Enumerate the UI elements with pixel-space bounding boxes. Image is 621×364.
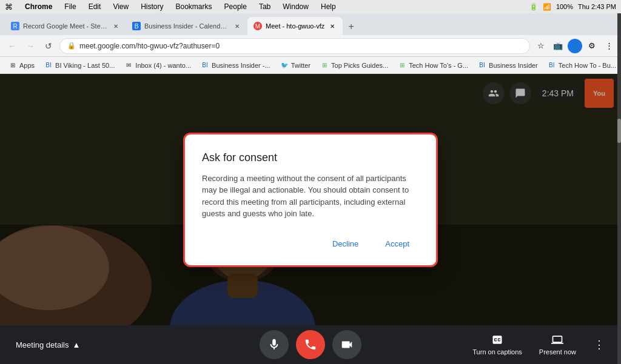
- bookmark-inbox-label: Inbox (4) - wanto...: [135, 62, 191, 69]
- bookmark-tech-howto-b-label: Tech How To - Bu...: [559, 62, 616, 69]
- menu-file[interactable]: File: [62, 2, 78, 11]
- bookmark-bi2[interactable]: BI Business Insider: [474, 60, 542, 71]
- menu-chrome[interactable]: Chrome: [22, 2, 55, 11]
- lock-icon: 🔒: [67, 42, 76, 50]
- scrollbar-thumb[interactable]: [617, 119, 621, 143]
- forward-button[interactable]: →: [23, 39, 38, 53]
- new-tab-button[interactable]: +: [343, 18, 360, 35]
- address-box[interactable]: 🔒 meet.google.com/hto-gwuo-vfz?authuser=…: [59, 38, 530, 54]
- wifi-icon: 📶: [543, 3, 551, 11]
- microphone-icon: [267, 338, 281, 351]
- bookmark-star-icon[interactable]: ☆: [534, 39, 548, 53]
- address-bar-row: ← → ↺ 🔒 meet.google.com/hto-gwuo-vfz?aut…: [0, 35, 621, 57]
- menu-edit[interactable]: Edit: [86, 2, 104, 11]
- profile-icon[interactable]: 👤: [568, 39, 582, 53]
- dialog-buttons: Decline Accept: [202, 234, 419, 253]
- tab2-title: Business Insider - Calendar - V...: [144, 22, 229, 30]
- tab-bar: R Record Google Meet - Steven... ✕ B Bus…: [0, 13, 621, 35]
- bookmark-tech-howto-b[interactable]: BI Tech How To - Bu...: [544, 60, 620, 71]
- chevron-up-icon: ▲: [72, 340, 80, 349]
- bi-viking-icon: BI: [44, 61, 53, 70]
- chrome-right-icons: ☆ 📺 👤 ⚙ ⋮: [534, 39, 616, 53]
- extensions-icon[interactable]: ⚙: [585, 39, 599, 53]
- tab3-title: Meet - hto-gwuo-vfz: [266, 22, 324, 30]
- scrollbar-track[interactable]: [617, 13, 621, 364]
- cast-icon[interactable]: 📺: [551, 39, 565, 53]
- refresh-button[interactable]: ↺: [41, 39, 56, 53]
- back-button[interactable]: ←: [5, 39, 19, 53]
- bookmark-tech-howto-g[interactable]: ⊞ Tech How To's - G...: [394, 60, 472, 71]
- bookmark-tech-howto-g-label: Tech How To's - G...: [409, 62, 468, 69]
- tab-record-meet[interactable]: R Record Google Meet - Steven... ✕: [5, 17, 126, 35]
- bookmark-apps-label: Apps: [19, 62, 35, 69]
- tab3-favicon: M: [253, 22, 262, 30]
- camera-button[interactable]: [332, 330, 361, 359]
- accept-button[interactable]: Accept: [375, 234, 419, 253]
- twitter-icon: 🐦: [280, 61, 289, 70]
- bookmark-inbox[interactable]: ✉ Inbox (4) - wanto...: [121, 60, 195, 71]
- video-area: 2:43 PM You Ask for consent Recording a …: [0, 74, 621, 325]
- microphone-button[interactable]: [260, 330, 289, 359]
- meeting-details-label: Meeting details: [16, 340, 69, 349]
- tech-howto-b-icon: BI: [548, 61, 556, 70]
- decline-button[interactable]: Decline: [323, 234, 368, 253]
- apps-bookmark-icon: ⊞: [8, 61, 17, 70]
- present-now-label: Present now: [539, 348, 576, 356]
- more-options-button[interactable]: ⋮: [587, 333, 611, 357]
- end-call-button[interactable]: [296, 330, 325, 359]
- tab3-close-icon[interactable]: ✕: [328, 22, 337, 30]
- menu-history[interactable]: History: [138, 2, 166, 11]
- menu-help[interactable]: Help: [318, 2, 338, 11]
- tab1-favicon: R: [11, 22, 19, 30]
- captions-button[interactable]: Turn on captions: [466, 330, 528, 359]
- tab1-close-icon[interactable]: ✕: [112, 22, 120, 30]
- battery-icon: 🔋: [529, 3, 538, 11]
- menu-bookmarks[interactable]: Bookmarks: [173, 2, 215, 11]
- present-icon: [551, 334, 563, 346]
- tab-meet[interactable]: M Meet - hto-gwuo-vfz ✕: [247, 17, 343, 35]
- tab1-title: Record Google Meet - Steven...: [23, 22, 108, 30]
- meeting-details-button[interactable]: Meeting details ▲: [10, 337, 86, 353]
- top-picks-icon: ⊞: [320, 61, 329, 70]
- tab2-favicon: B: [132, 22, 141, 30]
- present-now-button[interactable]: Present now: [533, 330, 582, 359]
- inbox-icon: ✉: [124, 61, 133, 70]
- captions-label: Turn on captions: [472, 348, 522, 356]
- dialog-title: Ask for consent: [202, 151, 419, 164]
- dialog-body: Recording a meeting without the consent …: [202, 173, 419, 220]
- bookmark-bi-label: Business Insider -...: [212, 62, 270, 69]
- camera-icon: [340, 338, 354, 351]
- bookmark-top-picks[interactable]: ⊞ Top Picks Guides...: [317, 60, 392, 71]
- bottom-bar: Meeting details ▲: [0, 325, 621, 364]
- bookmark-bi-viking-label: BI Viking - Last 50...: [55, 62, 115, 69]
- tech-howto-g-icon: ⊞: [398, 61, 406, 70]
- menu-view[interactable]: View: [110, 2, 131, 11]
- chrome-window: R Record Google Meet - Steven... ✕ B Bus…: [0, 13, 621, 364]
- bookmark-top-picks-label: Top Picks Guides...: [331, 62, 388, 69]
- tab2-close-icon[interactable]: ✕: [233, 22, 241, 30]
- bookmark-twitter-label: Twitter: [291, 62, 310, 69]
- more-menu-icon[interactable]: ⋮: [602, 39, 616, 53]
- consent-dialog: Ask for consent Recording a meeting with…: [183, 133, 438, 267]
- bookmark-apps[interactable]: ⊞ Apps: [5, 60, 38, 71]
- dialog-overlay: Ask for consent Recording a meeting with…: [0, 74, 621, 325]
- bottom-center-controls: [260, 330, 361, 359]
- menu-tab[interactable]: Tab: [257, 2, 273, 11]
- apple-logo-icon[interactable]: ⌘: [5, 2, 13, 12]
- end-call-icon: [304, 338, 317, 351]
- bi-icon: BI: [201, 61, 209, 70]
- menu-window[interactable]: Window: [280, 2, 311, 11]
- bookmark-twitter[interactable]: 🐦 Twitter: [277, 60, 314, 71]
- menu-bar-right: 🔋 📶 100% Thu 2:43 PM: [529, 3, 616, 11]
- menu-bar-left: ⌘ Chrome File Edit View History Bookmark…: [5, 2, 529, 12]
- tab-business-insider-cal[interactable]: B Business Insider - Calendar - V... ✕: [126, 17, 247, 35]
- clock: Thu 2:43 PM: [578, 3, 616, 10]
- bookmark-bi-viking[interactable]: BI BI Viking - Last 50...: [41, 60, 118, 71]
- url-text: meet.google.com/hto-gwuo-vfz?authuser=0: [79, 42, 220, 50]
- bi2-icon: BI: [478, 61, 486, 70]
- captions-icon: [491, 334, 503, 346]
- bookmark-business-insider[interactable]: BI Business Insider -...: [197, 60, 274, 71]
- menu-people[interactable]: People: [222, 2, 249, 11]
- bookmarks-bar: ⊞ Apps BI BI Viking - Last 50... ✉ Inbox…: [0, 57, 621, 74]
- macos-menu-bar: ⌘ Chrome File Edit View History Bookmark…: [0, 0, 621, 13]
